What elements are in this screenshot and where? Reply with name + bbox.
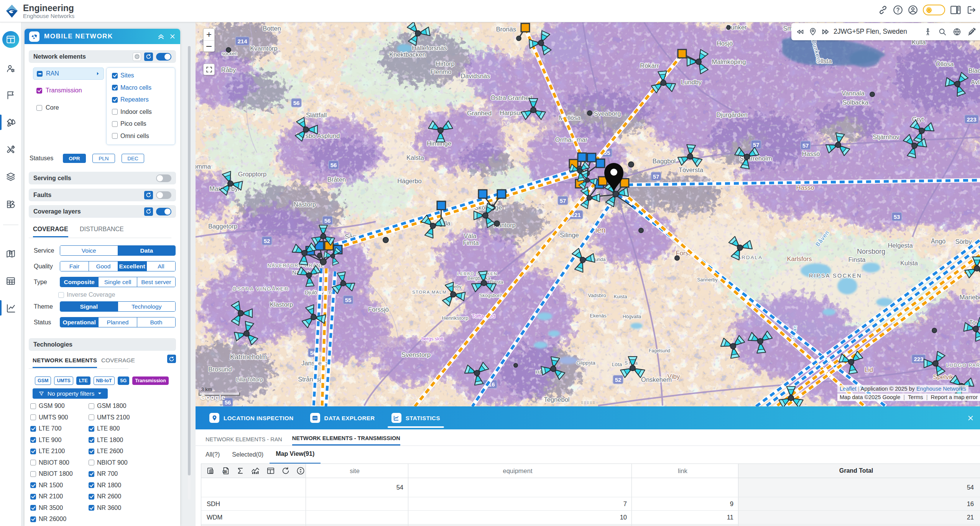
svg-text:Fagelsund: Fagelsund <box>649 348 670 353</box>
svg-text:Tegnebol: Tegnebol <box>544 396 570 403</box>
svg-text:Löta: Löta <box>612 362 622 367</box>
svg-text:Gropptorp: Gropptorp <box>238 171 266 178</box>
svg-text:Ängö: Ängö <box>931 238 946 245</box>
svg-text:ÅRDALA: ÅRDALA <box>737 255 763 260</box>
svg-text:214: 214 <box>237 38 247 44</box>
svg-text:Hälleforsnäs: Hälleforsnäs <box>412 44 447 51</box>
svg-text:57: 57 <box>560 197 566 204</box>
svg-text:Silinge: Silinge <box>560 232 579 238</box>
svg-text:Karlsfors: Karlsfors <box>787 255 812 262</box>
svg-text:LUDGO PARIS: LUDGO PARIS <box>946 362 980 368</box>
svg-text:223: 223 <box>967 116 976 123</box>
svg-text:Kvarntorp: Kvarntorp <box>250 45 278 52</box>
svg-text:57: 57 <box>653 173 659 180</box>
svg-text:Kulsta: Kulsta <box>900 260 918 266</box>
svg-text:52: 52 <box>615 376 622 383</box>
svg-text:bergs slott: bergs slott <box>421 336 444 342</box>
svg-text:Nästorp: Nästorp <box>294 201 316 208</box>
svg-text:Norsborg: Norsborg <box>857 248 885 255</box>
svg-text:Gryt: Gryt <box>912 116 924 123</box>
svg-text:Bronäs: Bronäs <box>496 26 516 33</box>
svg-text:Baggetorp: Baggetorp <box>208 223 237 230</box>
svg-text:Kuista: Kuista <box>614 294 627 299</box>
svg-text:Flenmo: Flenmo <box>430 68 451 75</box>
svg-text:Kalsta: Kalsta <box>406 154 424 161</box>
svg-text:Granhed: Granhed <box>467 110 492 117</box>
svg-text:Bergbacka: Bergbacka <box>467 276 490 281</box>
svg-text:Marieberg: Marieberg <box>960 294 980 301</box>
svg-text:Solbacka: Solbacka <box>842 99 869 106</box>
svg-text:Brosund: Brosund <box>208 366 232 373</box>
svg-text:Baggbol: Baggbol <box>653 158 676 164</box>
svg-text:Glippsta: Glippsta <box>576 360 595 366</box>
svg-text:Ekenäs: Ekenäs <box>590 313 607 319</box>
svg-text:57: 57 <box>802 142 809 149</box>
svg-text:Väla: Väla <box>464 232 477 239</box>
svg-text:57: 57 <box>753 141 760 148</box>
svg-text:Hassö: Hassö <box>802 150 820 157</box>
svg-text:Vadsbro: Vadsbro <box>588 293 606 298</box>
svg-text:Östra Granhed: Östra Granhed <box>490 94 532 101</box>
svg-text:Djurgården: Djurgården <box>716 111 748 118</box>
svg-text:XLS: XLS <box>223 470 227 473</box>
svg-text:Helgesta: Helgesta <box>888 242 913 249</box>
svg-text:Skogsborg: Skogsborg <box>479 293 502 298</box>
svg-text:Önskehem: Önskehem <box>641 376 672 383</box>
svg-text:Rökärr: Rökärr <box>640 62 659 69</box>
svg-text:Öllösa: Öllösa <box>936 61 954 67</box>
svg-text:Sannerby: Sannerby <box>697 277 718 283</box>
svg-text:53: 53 <box>894 214 900 220</box>
svg-text:omma: omma <box>196 163 211 170</box>
svg-text:Hosjö: Hosjö <box>717 40 733 47</box>
svg-text:Black: Black <box>968 67 980 74</box>
svg-text:Knektbacken: Knektbacken <box>389 51 426 58</box>
svg-text:Malmköping: Malmköping <box>712 58 746 65</box>
svg-text:Svenstorp: Svenstorp <box>401 351 431 358</box>
svg-text:Botten: Botten <box>263 25 281 32</box>
svg-text:Sveaborg: Sveaborg <box>594 110 621 117</box>
svg-text:Slättfall: Slättfall <box>306 112 327 118</box>
svg-text:223: 223 <box>914 356 923 362</box>
svg-text:Avla: Avla <box>971 79 980 85</box>
svg-text:LERBO SOCKEN: LERBO SOCKEN <box>457 271 498 276</box>
svg-text:Hirtorp: Hirtorp <box>436 60 455 67</box>
svg-text:ÖSTRA VINGÅKER: ÖSTRA VINGÅKER <box>232 286 289 292</box>
svg-text:Bråten: Bråten <box>327 176 346 183</box>
svg-text:Strångsjö: Strångsjö <box>298 376 325 383</box>
svg-text:55: 55 <box>345 297 352 303</box>
svg-text:Stjärnhov: Stjärnhov <box>873 133 899 140</box>
svg-text:Hägerbo: Hägerbo <box>397 178 421 184</box>
svg-text:56: 56 <box>225 399 231 406</box>
svg-text:RIPSA SOCKEN: RIPSA SOCKEN <box>809 273 862 279</box>
svg-text:56: 56 <box>324 217 331 224</box>
svg-text:Finsta: Finsta <box>848 256 866 263</box>
svg-text:Katrineholm: Katrineholm <box>230 353 267 361</box>
svg-text:Spelvik: Spelvik <box>933 373 954 380</box>
svg-text:52: 52 <box>264 238 270 244</box>
svg-text:Hasso: Hasso <box>796 184 814 191</box>
svg-text:56: 56 <box>293 100 300 106</box>
svg-text:Lid: Lid <box>865 366 873 373</box>
svg-text:Sörby: Sörby <box>955 238 972 245</box>
svg-text:Henrikstorp: Henrikstorp <box>442 315 468 321</box>
svg-text:Högvalla: Högvalla <box>623 314 641 319</box>
svg-text:Lundby: Lundby <box>681 79 702 85</box>
svg-text:56: 56 <box>331 162 337 168</box>
svg-text:Lilla Toltorp: Lilla Toltorp <box>236 376 263 383</box>
svg-text:Klastorp: Klastorp <box>270 301 293 308</box>
svg-text:STORA MALM: STORA MALM <box>412 290 447 294</box>
svg-text:Råby: Råby <box>221 66 236 73</box>
svg-text:Töversta: Töversta <box>679 166 704 173</box>
svg-text:Fimta: Fimta <box>463 239 479 246</box>
svg-text:Davidsnäs: Davidsnäs <box>460 72 490 79</box>
svg-text:Vannala: Vannala <box>842 90 865 97</box>
svg-text:Forssjö: Forssjö <box>368 306 389 313</box>
